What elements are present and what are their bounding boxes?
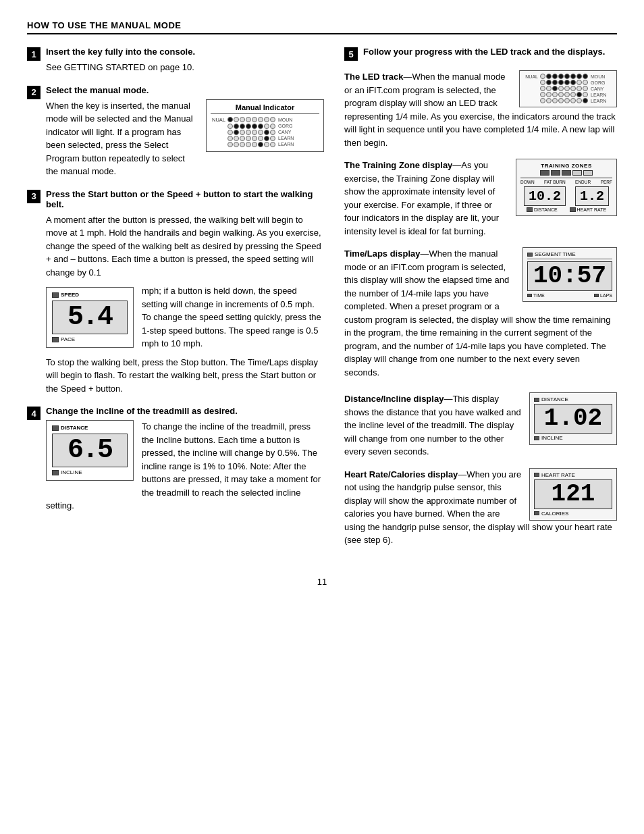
led-dot (570, 80, 576, 85)
laps-icon (594, 294, 599, 297)
led-dot (227, 136, 233, 141)
tz-bar-3 (562, 170, 571, 176)
led-dot (546, 92, 552, 97)
led-dot (552, 74, 558, 79)
led-dot (264, 117, 269, 122)
step-3: 3 Press the Start button or the Speed + … (27, 189, 324, 396)
step-2-title: Select the manual mode. (46, 85, 324, 95)
calories-icon (534, 511, 539, 515)
led-dot (564, 80, 570, 85)
dist-value-display: 1.02 (534, 404, 612, 434)
incline-icon (534, 436, 539, 440)
tz-num-2: 1.2 (575, 186, 609, 206)
led-dot (540, 92, 545, 97)
led-cany-r: CANY (591, 86, 611, 91)
step-2-number: 2 (27, 86, 41, 99)
step-5-number: 5 (344, 47, 358, 61)
led-side-cany: CANY (278, 130, 298, 134)
training-zones-figure: TRAINING ZONES DOWN FAT BURN ENDUR PERF (516, 159, 617, 216)
speed-display-figure: SPEED 5.4 PACE (46, 287, 134, 348)
led-row-3: CANY (211, 130, 319, 135)
time-icon (527, 294, 532, 297)
led-dot (270, 136, 275, 141)
led-dot (570, 92, 576, 97)
led-dot (258, 124, 263, 129)
led-dot (564, 92, 570, 97)
led-dot (576, 74, 582, 79)
led-dot (240, 136, 245, 141)
step-2: 2 Select the manual mode. Manual Indicat… (27, 85, 324, 178)
step-1-body: See GETTING STARTED on page 10. (46, 61, 324, 74)
led-dot (246, 142, 251, 147)
led-dot (252, 130, 257, 135)
segment-time-label: SEGMENT TIME (527, 251, 612, 259)
led-dot (234, 130, 239, 135)
step-3-para1: A moment after the button is pressed, th… (46, 213, 324, 280)
tz-num-1: 10.2 (524, 186, 566, 206)
led-dot (240, 124, 245, 129)
led-dot (546, 80, 552, 85)
led-dot (240, 117, 245, 122)
led-dot (264, 142, 269, 147)
led-track-large-figure: NUAL MOUN (519, 70, 617, 107)
step-5-title-content: Follow your progress with the LED track … (363, 47, 617, 61)
time-laps-heading: Time/Laps display (344, 249, 420, 259)
led-dot (552, 86, 558, 91)
led-dot (552, 98, 558, 103)
page-number: 11 (27, 577, 617, 587)
led-dot (564, 98, 570, 103)
distance-display-figure: DISTANCE 6.5 INCLINE (46, 420, 134, 481)
led-dot (264, 124, 269, 129)
step-1: 1 Insert the key fully into the console.… (27, 47, 324, 74)
led-nual-label: NUAL (523, 74, 538, 79)
led-dot (270, 142, 275, 147)
led-dot (576, 92, 582, 97)
led-dot (570, 86, 576, 91)
step-1-number: 1 (27, 47, 41, 61)
distance-icon (534, 398, 539, 402)
led-dot (540, 98, 545, 103)
led-dot (240, 130, 245, 135)
step-4-title: Change the incline of the treadmill as d… (46, 406, 324, 416)
led-r3: CANY (523, 86, 613, 91)
step-1-content: Insert the key fully into the console. S… (46, 47, 324, 74)
led-dot (558, 74, 564, 79)
led-dot (558, 80, 564, 85)
speed-label: SPEED (52, 291, 128, 299)
pace-label: PACE (52, 336, 128, 344)
led-side-learn2: LEARN (278, 142, 298, 147)
manual-indicator-title: Manual Indicator (211, 103, 319, 114)
led-dot (546, 86, 552, 91)
led-row-5: LEARN (211, 142, 319, 147)
right-column: 5 Follow your progress with the LED trac… (344, 47, 617, 556)
led-dot (564, 74, 570, 79)
led-dot (552, 92, 558, 97)
step-1-title: Insert the key fully into the console. (46, 47, 324, 57)
led-side-learn1: LEARN (278, 136, 298, 140)
tz-bars (520, 170, 612, 176)
led-dot (552, 80, 558, 85)
led-dot (270, 124, 275, 129)
led-side-moun: MOUN (278, 118, 298, 122)
step-4-body: DISTANCE 6.5 INCLINE To change the incli… (46, 420, 324, 518)
led-dot (264, 130, 269, 135)
page-header: HOW TO USE THE MANUAL MODE (27, 20, 617, 34)
step-5-header: 5 Follow your progress with the LED trac… (344, 47, 617, 61)
time-label: TIME (527, 293, 545, 298)
led-dot (264, 136, 269, 141)
manual-indicator-figure: Manual Indicator NUAL MOUN (206, 99, 324, 152)
tz-title: TRAINING ZONES (520, 163, 612, 169)
led-row-1: NUAL MOUN (211, 117, 319, 123)
led-dot (583, 92, 588, 97)
led-track-heading: The LED track (344, 72, 403, 82)
led-dot (234, 124, 239, 129)
led-dot (570, 74, 576, 79)
led-dot (558, 86, 564, 91)
led-dot (576, 98, 582, 103)
led-dot (252, 117, 257, 122)
page-title: HOW TO USE THE MANUAL MODE (27, 20, 181, 30)
led-dot (252, 136, 257, 141)
led-dot (234, 136, 239, 141)
incline-label-r: INCLINE (534, 435, 612, 441)
heart-rate-heading: Heart Rate/Calories display (344, 469, 458, 479)
